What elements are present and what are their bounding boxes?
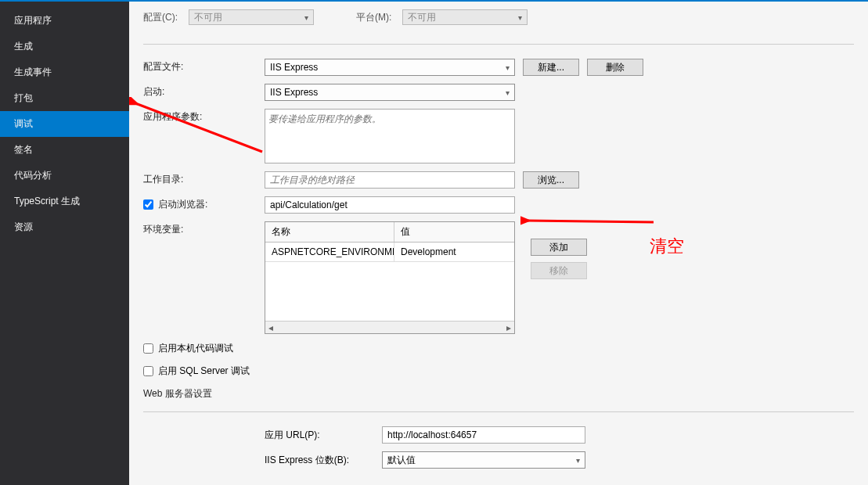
config-label: 配置(C): [143,11,178,24]
iis-bits-label: IIS Express 位数(B): [265,454,382,467]
sidebar-item-resources[interactable]: 资源 [0,214,129,240]
config-select[interactable]: 不可用 ▾ [189,9,314,25]
app-url-input[interactable] [382,426,585,444]
sidebar-item-code-analysis[interactable]: 代码分析 [0,163,129,189]
native-debug-checkbox[interactable] [143,343,153,354]
sidebar-item-typescript-build[interactable]: TypeScript 生成 [0,189,129,214]
main-panel: 配置(C): 不可用 ▾ 平台(M): 不可用 ▾ 配置文件: IIS Expr… [129,2,868,485]
env-scrollbar[interactable]: ◂ ▸ [265,321,514,333]
chevron-down-icon: ▾ [304,13,308,22]
sidebar: 应用程序 生成 生成事件 打包 调试 签名 代码分析 TypeScript 生成… [0,2,129,485]
sidebar-item-build[interactable]: 生成 [0,34,129,59]
sidebar-item-signing[interactable]: 签名 [0,137,129,163]
launch-browser-label: 启动浏览器: [158,198,207,211]
env-vars-label: 环境变量: [143,221,265,236]
platform-label: 平台(M): [356,11,391,24]
chevron-down-icon: ▾ [506,88,510,97]
env-cell-name: ASPNETCORE_ENVIRONMENT [265,242,394,261]
browse-button[interactable]: 浏览... [523,171,579,189]
sidebar-item-application[interactable]: 应用程序 [0,8,129,34]
new-profile-button[interactable]: 新建... [523,59,579,76]
launch-browser-input[interactable] [265,196,515,214]
workdir-label: 工作目录: [143,171,265,186]
launch-select[interactable]: IIS Express ▾ [265,84,515,101]
app-args-input[interactable] [265,109,515,163]
platform-select[interactable]: 不可用 ▾ [402,9,528,25]
launch-label: 启动: [143,84,265,99]
add-env-button[interactable]: 添加 [531,239,587,256]
env-col-value: 值 [394,222,514,242]
iis-bits-value: 默认值 [387,454,416,467]
sidebar-item-build-events[interactable]: 生成事件 [0,59,129,85]
app-args-label: 应用程序参数: [143,109,265,124]
sql-debug-label: 启用 SQL Server 调试 [158,365,250,378]
env-col-name: 名称 [265,222,394,242]
delete-profile-button[interactable]: 删除 [587,59,643,76]
remove-env-button[interactable]: 移除 [531,262,587,279]
platform-value: 不可用 [408,11,436,24]
profile-value: IIS Express [270,62,318,73]
web-server-section-title: Web 服务器设置 [143,387,854,401]
native-debug-label: 启用本机代码调试 [158,342,233,355]
sidebar-item-package[interactable]: 打包 [0,85,129,111]
profile-select[interactable]: IIS Express ▾ [265,59,515,76]
iis-bits-select[interactable]: 默认值 ▾ [382,451,585,469]
scroll-left-icon[interactable]: ◂ [268,322,273,333]
app-url-label: 应用 URL(P): [265,429,382,442]
sidebar-item-debug[interactable]: 调试 [0,111,129,137]
env-var-row[interactable]: ASPNETCORE_ENVIRONMENT Development [265,242,514,262]
config-toolbar: 配置(C): 不可用 ▾ 平台(M): 不可用 ▾ [129,2,868,38]
divider [143,44,854,45]
divider [143,411,854,412]
chevron-down-icon: ▾ [506,63,510,72]
sql-debug-checkbox[interactable] [143,366,153,376]
chevron-down-icon: ▾ [576,456,580,465]
scroll-right-icon[interactable]: ▸ [506,322,511,333]
launch-browser-checkbox[interactable] [143,199,153,210]
env-cell-value: Development [394,242,514,261]
launch-value: IIS Express [270,87,318,98]
config-value: 不可用 [194,11,222,24]
workdir-input[interactable] [265,171,515,189]
env-vars-table[interactable]: 名称 值 ASPNETCORE_ENVIRONMENT Development … [265,221,515,334]
profile-label: 配置文件: [143,59,265,74]
chevron-down-icon: ▾ [518,13,522,22]
